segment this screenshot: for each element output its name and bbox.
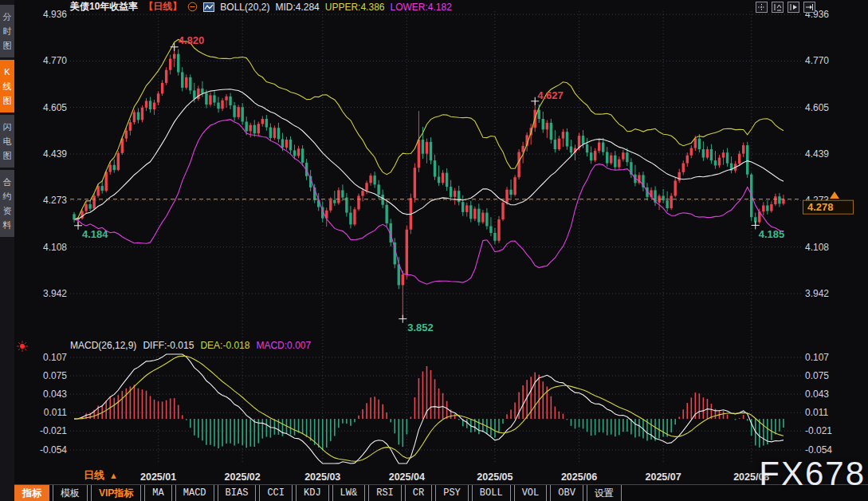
x-axis-month-label: 2025/03	[304, 471, 340, 483]
boll-label: BOLL(20,2)	[220, 2, 269, 13]
minus-circle-icon[interactable]	[187, 2, 198, 12]
sidebar-tabs: 分时图K线图闪电图合约资料	[0, 0, 14, 237]
macd-axis-label-left: 0.043	[43, 389, 67, 400]
price-axis-label-left: 4.108	[43, 242, 67, 253]
indicator-toolbar: 指标模板VIP指标MAMACDBIASCCIKDJLW&RSICRPSYBOLL…	[14, 484, 868, 501]
macd-axis-label-left: 0.107	[43, 352, 67, 363]
price-axis-label-left: 4.273	[43, 195, 67, 206]
triangle-up-icon: ▲	[109, 471, 118, 480]
pan-right-icon[interactable]	[803, 2, 815, 13]
price-axis-label-right: 4.108	[805, 242, 829, 253]
boll-lower-value: LOWER:4.182	[390, 2, 451, 13]
price-arrow-icon	[830, 191, 839, 199]
chart-canvas[interactable]: 4.9364.9364.7704.7704.6054.6054.4394.439…	[0, 0, 868, 501]
toolbar-tab-VOL[interactable]: VOL	[514, 485, 548, 501]
macd-panel	[74, 354, 784, 464]
price-axis-label-left: 3.942	[43, 288, 67, 299]
toolbar-tab-BOLL[interactable]: BOLL	[472, 485, 511, 501]
period-tag: 【日线】	[143, 0, 182, 14]
sidebar-tab-K线图[interactable]: K线图	[0, 60, 14, 112]
macd-axis-label-right: -0.021	[805, 425, 832, 436]
crosshair-icon[interactable]	[756, 2, 768, 13]
period-selector[interactable]: 日线▲	[84, 468, 118, 483]
toolbar-tab-设置[interactable]: 设置	[587, 485, 622, 501]
x-axis-month-label: 2025/07	[646, 471, 681, 483]
price-axis-label-left: 4.936	[43, 9, 67, 20]
price-axis-label-left: 4.439	[43, 148, 67, 160]
toolbar-tab-KDJ[interactable]: KDJ	[296, 485, 329, 501]
toolbar-tab-LW&[interactable]: LW&	[332, 485, 366, 501]
macd-axis-label-right: 0.075	[805, 370, 829, 381]
sidebar-tab-分时图[interactable]: 分时图	[0, 5, 14, 57]
toolbar-tab-CR[interactable]: CR	[405, 485, 432, 501]
x-axis-scale-icon[interactable]	[787, 2, 799, 13]
current-price-value: 4.278	[807, 201, 834, 213]
sidebar-tab-闪电图[interactable]: 闪电图	[0, 115, 14, 168]
macd-header: MACD(26,12,9) DIFF:-0.015 DEA:-0.018 MAC…	[70, 340, 311, 351]
boll-upper-value: UPPER:4.386	[325, 2, 385, 13]
grid-lines	[70, 11, 801, 464]
candlestick-series	[73, 47, 784, 319]
macd-label: MACD(26,12,9)	[70, 340, 136, 351]
macd-axis-label-left: 0.075	[43, 370, 67, 381]
price-axis-label-left: 4.770	[43, 55, 67, 66]
macd-dea-value: DEA:-0.018	[200, 340, 249, 351]
instrument-title: 美债10年收益率	[70, 0, 138, 14]
price-axis-label-right: 4.770	[805, 55, 829, 66]
bollinger-bands	[74, 40, 784, 285]
chart-header: 美债10年收益率 【日线】 BOLL(20,2) MID:4.284 UPPER…	[70, 1, 452, 13]
price-annotations: 4.8204.1844.6273.8524.185	[74, 34, 784, 333]
price-axis-label-right: 4.605	[805, 102, 829, 113]
annotation-4.820: 4.820	[179, 34, 205, 46]
toolbar-tab-RSI[interactable]: RSI	[368, 485, 402, 501]
macd-axis-label-left: -0.054	[40, 444, 67, 456]
boll-lower-line	[74, 120, 784, 285]
price-axis-label-left: 4.605	[43, 102, 67, 113]
sidebar-tab-合约资料[interactable]: 合约资料	[0, 170, 14, 237]
toolbar-tab-VIP指标[interactable]: VIP指标	[91, 485, 141, 501]
sidebar: 分时图K线图闪电图合约资料	[0, 0, 14, 501]
watermark: FX678	[759, 455, 866, 493]
trading-chart-app: 分时图K线图闪电图合约资料 4.9364.9364.7704.7704.6054…	[0, 0, 868, 501]
toolbar-tab-CCI[interactable]: CCI	[259, 485, 293, 501]
macd-axis-label-right: 0.011	[805, 407, 828, 418]
macd-axis-label-left: -0.021	[40, 425, 67, 436]
toolbar-tab-MACD[interactable]: MACD	[175, 485, 214, 501]
toolbar-tab-PSY[interactable]: PSY	[435, 485, 469, 501]
chart-thumbnail-icon[interactable]	[203, 2, 214, 12]
annotation-4.184: 4.184	[82, 228, 108, 240]
y-axis-scale-icon[interactable]	[772, 2, 784, 13]
period-text: 日线	[84, 469, 104, 481]
toolbar-tab-OBV[interactable]: OBV	[550, 485, 583, 501]
toolbar-tab-MA[interactable]: MA	[144, 485, 171, 501]
price-axis-label-right: 4.439	[805, 148, 829, 160]
toolbar-tab-BIAS[interactable]: BIAS	[218, 485, 257, 501]
boll-mid-value: MID:4.284	[275, 2, 319, 13]
toolbar-tab-模板[interactable]: 模板	[53, 485, 88, 501]
annotation-4.185: 4.185	[759, 228, 785, 240]
chart-tool-icons	[756, 2, 815, 13]
live-alert-icon	[16, 340, 29, 356]
toolbar-tab-指标[interactable]: 指标	[14, 485, 49, 501]
x-axis-month-label: 2025/06	[561, 471, 597, 483]
annotation-4.627: 4.627	[537, 89, 564, 101]
annotation-3.852: 3.852	[407, 322, 434, 333]
price-axis-label-right: 3.942	[805, 288, 829, 299]
macd-axis-label-right: 0.107	[805, 352, 829, 363]
boll-upper-line	[74, 40, 784, 220]
boll-mid-line	[74, 89, 784, 220]
macd-diff-line	[74, 354, 784, 464]
macd-macd-value: MACD:0.007	[256, 340, 311, 351]
macd-diff-value: DIFF:-0.015	[143, 340, 194, 351]
x-axis-month-label: 2025/01	[140, 471, 176, 483]
x-axis-month-label: 2025/02	[225, 471, 261, 483]
x-axis-month-label: 2025/04	[389, 471, 425, 483]
macd-axis-label-right: -0.054	[805, 444, 832, 456]
x-axis-month-label: 2025/05	[477, 471, 513, 483]
macd-axis-label-right: 0.043	[805, 389, 829, 400]
macd-axis-label-left: 0.011	[44, 407, 67, 418]
